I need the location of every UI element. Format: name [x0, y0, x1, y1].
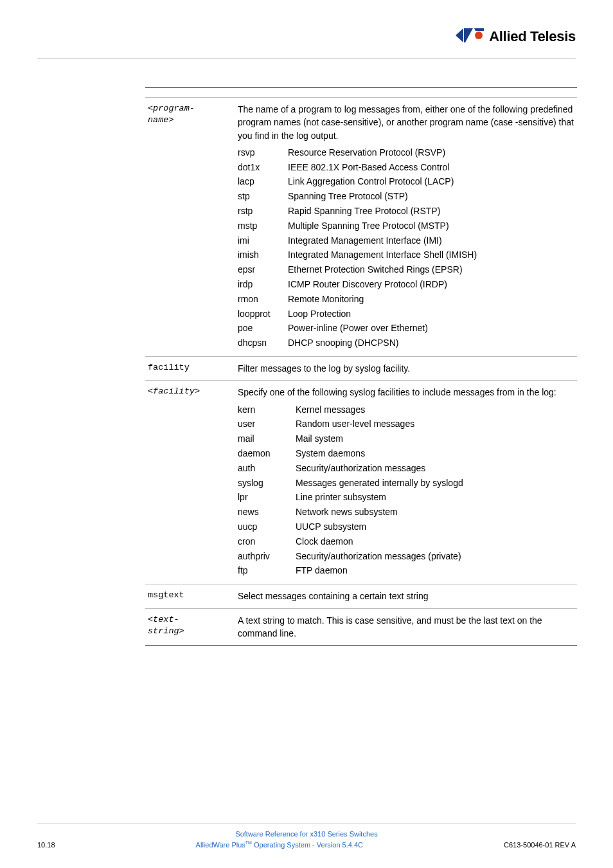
list-item: rsvpResource Reservation Protocol (RSVP): [238, 146, 574, 159]
footer-title: Software Reference for x310 Series Switc…: [37, 830, 576, 838]
list-item-value: Spanning Tree Protocol (STP): [288, 190, 574, 203]
list-item-value: FTP daemon: [296, 564, 574, 577]
list-item: rstpRapid Spanning Tree Protocol (RSTP): [238, 204, 574, 217]
footer-product-suffix: Operating System - Version 5.4.4C: [252, 841, 363, 849]
param-description: Filter messages to the log by syslog fac…: [238, 362, 574, 375]
param-row-text-string: <text- string> A text string to match. T…: [145, 609, 577, 646]
list-item-value: Loop Protection: [288, 307, 574, 320]
list-item-value: ICMP Router Discovery Protocol (IRDP): [288, 278, 574, 291]
list-item: uucpUUCP subsystem: [238, 520, 574, 533]
brand-name: Allied Telesis: [489, 28, 576, 45]
list-item-key: rstp: [238, 204, 288, 217]
brand-mark-icon: [456, 28, 484, 45]
list-item: rmonRemote Monitoring: [238, 293, 574, 305]
list-item-key: daemon: [238, 447, 296, 460]
list-item-key: rsvp: [238, 146, 288, 159]
list-item: imiIntegrated Management Interface (IMI): [238, 234, 574, 247]
list-item: authSecurity/authorization messages: [238, 462, 574, 475]
header-logo-row: Allied Telesis: [37, 28, 576, 45]
parameter-table: <program- name> The name of a program to…: [145, 87, 577, 646]
param-description: The name of a program to log messages fr…: [238, 103, 574, 142]
list-item: lprLine printer subsystem: [238, 491, 574, 503]
param-label: <facility>: [148, 386, 238, 397]
param-description: A text string to match. This is case sen…: [238, 614, 574, 640]
param-description: Specify one of the following syslog faci…: [238, 386, 574, 399]
list-item-value: Resource Reservation Protocol (RSVP): [288, 146, 574, 159]
param-label: facility: [148, 362, 238, 374]
svg-marker-2: [474, 28, 484, 31]
list-item: dot1xIEEE 802.1X Port-Based Access Contr…: [238, 161, 574, 174]
list-item-value: Remote Monitoring: [288, 293, 574, 305]
list-item: imishIntegrated Management Interface She…: [238, 248, 574, 261]
list-item: newsNetwork news subsystem: [238, 505, 574, 518]
param-row-program-name: <program- name> The name of a program to…: [145, 98, 577, 356]
list-item: cronClock daemon: [238, 535, 574, 548]
table-rule: [145, 87, 577, 88]
list-item: authprivSecurity/authorization messages …: [238, 550, 574, 563]
list-item-key: epsr: [238, 263, 288, 276]
trademark-icon: TM: [245, 840, 252, 845]
list-item: stpSpanning Tree Protocol (STP): [238, 190, 574, 203]
footer-rule: [37, 823, 576, 824]
list-item-value: Kernel messages: [296, 403, 574, 416]
list-item-key: mail: [238, 432, 296, 445]
list-item-key: syslog: [238, 476, 296, 489]
param-description: Select messages containing a certain tex…: [238, 590, 574, 602]
list-item-key: lpr: [238, 491, 296, 503]
list-item-value: Network news subsystem: [296, 505, 574, 518]
svg-marker-1: [464, 28, 473, 42]
list-item-key: authpriv: [238, 550, 296, 563]
list-item-key: imish: [238, 248, 288, 261]
param-row-facility: facility Filter messages to the log by s…: [145, 357, 577, 380]
svg-marker-0: [456, 28, 463, 42]
list-item-value: Security/authorization messages: [296, 462, 574, 475]
footer-product-prefix: AlliedWare Plus: [196, 841, 245, 849]
list-item-key: poe: [238, 321, 288, 334]
list-item-value: Security/authorization messages (private…: [296, 550, 574, 563]
header-rule: [37, 58, 576, 59]
list-item-value: Power-inline (Power over Ethernet): [288, 321, 574, 334]
list-item-key: stp: [238, 190, 288, 203]
list-item: dhcpsnDHCP snooping (DHCPSN): [238, 336, 574, 349]
list-item-value: Multiple Spanning Tree Protocol (MSTP): [288, 219, 574, 232]
page-footer: Software Reference for x310 Series Switc…: [37, 823, 576, 849]
list-item-value: Link Aggregation Control Protocol (LACP): [288, 175, 574, 188]
list-item-key: dot1x: [238, 161, 288, 174]
list-item-value: Random user-level messages: [296, 417, 574, 430]
list-item-value: Mail system: [296, 432, 574, 445]
footer-product: AlliedWare PlusTM Operating System - Ver…: [196, 840, 363, 849]
list-item-key: news: [238, 505, 296, 518]
list-item-key: lacp: [238, 175, 288, 188]
list-item-value: DHCP snooping (DHCPSN): [288, 336, 574, 349]
list-item: mstpMultiple Spanning Tree Protocol (MST…: [238, 219, 574, 232]
list-item-value: Rapid Spanning Tree Protocol (RSTP): [288, 204, 574, 217]
list-item: loopprotLoop Protection: [238, 307, 574, 320]
svg-point-3: [475, 32, 483, 39]
list-item-value: Ethernet Protection Switched Rings (EPSR…: [288, 263, 574, 276]
list-item-key: user: [238, 417, 296, 430]
list-item: poePower-inline (Power over Ethernet): [238, 321, 574, 334]
footer-doc-ref: C613-50046-01 REV A: [504, 841, 576, 849]
list-item: userRandom user-level messages: [238, 417, 574, 430]
list-item-key: imi: [238, 234, 288, 247]
list-item-value: Clock daemon: [296, 535, 574, 548]
footer-page-number: 10.18: [37, 841, 55, 849]
list-item: irdpICMP Router Discovery Protocol (IRDP…: [238, 278, 574, 291]
list-item: lacpLink Aggregation Control Protocol (L…: [238, 175, 574, 188]
brand-logo: Allied Telesis: [456, 28, 576, 45]
list-item: mailMail system: [238, 432, 574, 445]
table-rule: [145, 645, 577, 646]
list-item-key: mstp: [238, 219, 288, 232]
list-item-key: ftp: [238, 564, 296, 577]
list-item: daemonSystem daemons: [238, 447, 574, 460]
list-item-value: Integrated Management Interface (IMI): [288, 234, 574, 247]
list-item-value: Integrated Management Interface Shell (I…: [288, 248, 574, 261]
list-item-value: IEEE 802.1X Port-Based Access Control: [288, 161, 574, 174]
param-row-msgtext: msgtext Select messages containing a cer…: [145, 584, 577, 608]
list-item-key: irdp: [238, 278, 288, 291]
list-item: syslogMessages generated internally by s…: [238, 476, 574, 489]
list-item: ftpFTP daemon: [238, 564, 574, 577]
param-row-facility-value: <facility> Specify one of the following …: [145, 381, 577, 584]
list-item-key: uucp: [238, 520, 296, 533]
list-item-key: dhcpsn: [238, 336, 288, 349]
